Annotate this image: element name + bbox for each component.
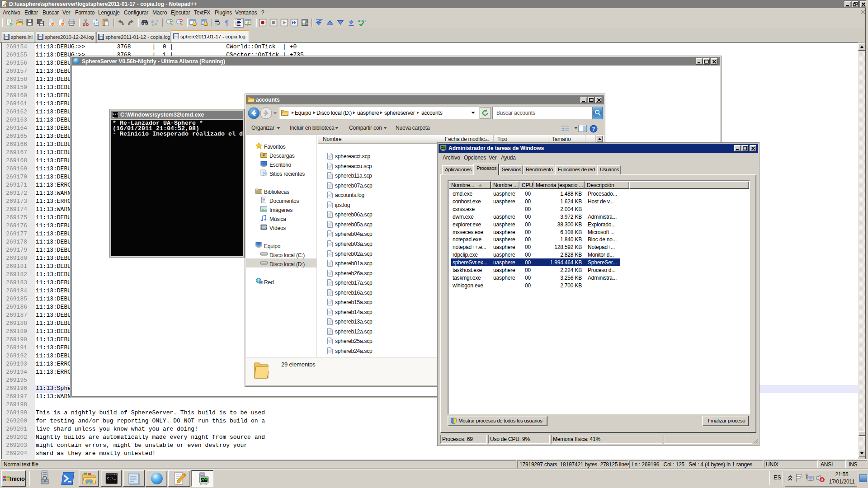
svg-text:b: b — [151, 19, 154, 23]
svg-text:C:\_: C:\_ — [107, 476, 116, 480]
svg-text:?: ? — [592, 126, 595, 131]
svg-text:¶: ¶ — [225, 19, 229, 27]
svg-text:ABC: ABC — [358, 19, 366, 23]
svg-text:a: a — [155, 22, 157, 26]
